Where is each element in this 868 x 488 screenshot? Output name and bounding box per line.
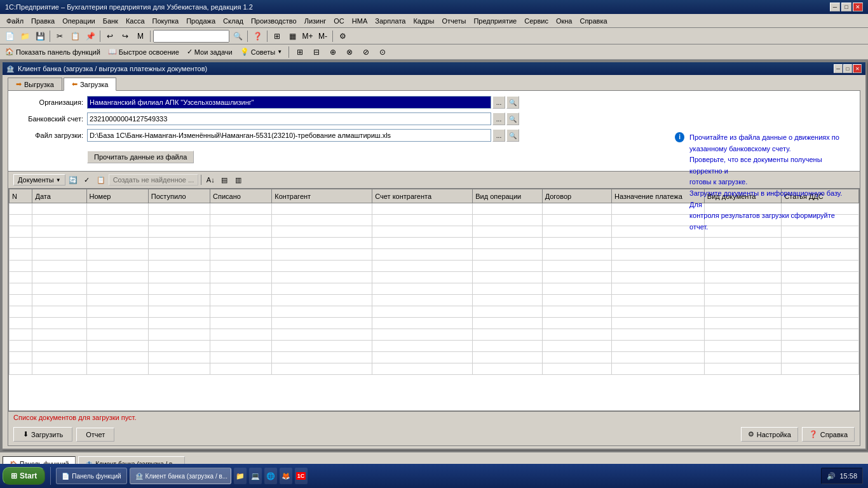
quickbar-btn-6[interactable]: ⊙ [376, 45, 390, 59]
menu-production[interactable]: Производство [247, 16, 301, 26]
toolbar-btn-help[interactable]: ❓ [250, 29, 264, 43]
read-file-button[interactable]: Прочитать данные из файла [87, 151, 194, 163]
quickbar-learn[interactable]: 📖 Быстрое освоение [105, 47, 182, 57]
toolbar-btn-2[interactable]: 📁 [18, 29, 32, 43]
quickbar-btn-3[interactable]: ⊕ [326, 45, 340, 59]
org-search-btn[interactable]: 🔍 [506, 96, 519, 109]
docs-dropdown-icon: ▼ [56, 177, 61, 183]
tb2-sort-btn[interactable]: A↓ [204, 173, 217, 186]
table-row[interactable] [10, 363, 859, 375]
quickbar-tips[interactable]: 💡 Советы ▼ [238, 47, 285, 57]
maximize-button[interactable]: □ [841, 3, 851, 11]
menu-kassa[interactable]: Касса [122, 16, 149, 26]
toolbar-btn-1[interactable]: 📄 [3, 29, 17, 43]
menu-buy[interactable]: Покупка [149, 16, 183, 26]
menu-enterprise[interactable]: Предприятие [470, 16, 520, 26]
table-row[interactable] [10, 283, 859, 295]
toolbar-btn-copy[interactable]: 📋 [68, 29, 82, 43]
menu-edit[interactable]: Правка [27, 16, 58, 26]
tb2-add-btn[interactable]: 📋 [95, 173, 107, 186]
load-button[interactable]: ⬇ Загрузить [13, 427, 72, 442]
quickbar-btn-4[interactable]: ⊗ [342, 45, 356, 59]
menu-windows[interactable]: Окна [552, 16, 576, 26]
table-row[interactable] [10, 318, 859, 329]
menu-nma[interactable]: НМА [348, 16, 371, 26]
toolbar-btn-6[interactable]: M+ [301, 29, 315, 43]
org-browse-btn[interactable]: ... [492, 96, 505, 109]
toolbar-btn-7[interactable]: M- [316, 29, 330, 43]
menu-salary[interactable]: Зарплата [371, 16, 409, 26]
tb2-group-btn[interactable]: ▤ [218, 173, 231, 186]
table-row[interactable] [10, 261, 859, 272]
menu-warehouse[interactable]: Склад [219, 16, 247, 26]
help-button[interactable]: ❓ Справка [802, 427, 855, 442]
app2-icon: 🏦 [135, 473, 143, 480]
mdi-close-btn[interactable]: ✕ [853, 64, 862, 73]
tb2-check-btn[interactable]: ✓ [81, 173, 93, 186]
quickbar-btn-1[interactable]: ⊞ [293, 45, 307, 59]
menu-leasing[interactable]: Лизинг [301, 16, 330, 26]
menu-bank[interactable]: Банк [99, 16, 122, 26]
tb2-filter-btn[interactable]: ▥ [232, 173, 245, 186]
taskbar-icon-5[interactable]: 1C [295, 468, 308, 484]
minimize-button[interactable]: ─ [830, 3, 840, 11]
documents-dropdown-btn[interactable]: Документы ▼ [13, 174, 65, 186]
bank-browse-btn[interactable]: ... [492, 112, 505, 125]
taskbar-app-2[interactable]: 🏦 Клиент банка (загрузка / в... [130, 468, 231, 484]
taskbar-icon-4[interactable]: 🦊 [280, 468, 292, 484]
toolbar-search-btn[interactable]: 🔍 [231, 29, 245, 43]
mdi-maximize-btn[interactable]: □ [843, 64, 852, 73]
quickbar-tasks[interactable]: ✓ Мои задачи [184, 47, 235, 57]
table-row[interactable] [10, 238, 859, 249]
close-button[interactable]: ✕ [853, 3, 863, 11]
toolbar-btn-undo[interactable]: ↩ [103, 29, 117, 43]
toolbar-btn-paste[interactable]: 📌 [83, 29, 97, 43]
tab-download[interactable]: ⬅ Загрузка [64, 78, 116, 91]
file-input[interactable] [87, 129, 491, 142]
taskbar-icon-1[interactable]: 📁 [234, 468, 247, 484]
menu-os[interactable]: ОС [330, 16, 348, 26]
tb2-refresh-btn[interactable]: 🔄 [67, 173, 79, 186]
report-button[interactable]: Отчет [76, 428, 114, 442]
org-input[interactable] [87, 96, 491, 109]
menu-hr[interactable]: Кадры [409, 16, 438, 26]
menu-file[interactable]: Файл [3, 16, 27, 26]
toolbar-btn-table[interactable]: ⊞ [270, 29, 284, 43]
table-row[interactable] [10, 329, 859, 341]
table-row[interactable] [10, 272, 859, 283]
toolbar-search-input[interactable] [153, 30, 229, 43]
quickbar-functions[interactable]: 🏠 Показать панель функций [3, 47, 103, 57]
table-row[interactable] [10, 249, 859, 261]
bank-input[interactable] [87, 112, 491, 125]
toolbar-btn-m[interactable]: M [133, 29, 147, 43]
table-row[interactable] [10, 295, 859, 306]
taskbar-icon-2[interactable]: 💻 [249, 468, 262, 484]
menu-help[interactable]: Справка [576, 16, 611, 26]
tab-upload[interactable]: ➡ Выгрузка [8, 78, 62, 90]
toolbar-btn-8[interactable]: ⚙ [336, 29, 349, 43]
toolbar-btn-5[interactable]: ▦ [285, 29, 299, 43]
quickbar-btn-5[interactable]: ⊘ [359, 45, 373, 59]
settings-button[interactable]: ⚙ Настройка [741, 427, 798, 442]
table-row[interactable] [10, 352, 859, 363]
quickbar-btn-2[interactable]: ⊟ [309, 45, 323, 59]
toolbar-btn-cut[interactable]: ✂ [53, 29, 67, 43]
bank-search-btn[interactable]: 🔍 [506, 112, 519, 125]
start-button[interactable]: ⊞ Start [3, 467, 45, 485]
info-content: i Прочитайте из файла данные о движениях… [675, 132, 853, 233]
menu-sell[interactable]: Продажа [182, 16, 219, 26]
menu-operations[interactable]: Операции [58, 16, 98, 26]
file-search-btn[interactable]: 🔍 [506, 129, 519, 142]
toolbar-btn-3[interactable]: 💾 [33, 29, 47, 43]
mdi-minimize-btn[interactable]: ─ [834, 64, 843, 73]
sound-icon[interactable]: 🔊 [827, 472, 836, 480]
taskbar-app-1[interactable]: 📄 Панель функций [56, 468, 126, 484]
taskbar-icon-3[interactable]: 🌐 [264, 468, 277, 484]
menu-service[interactable]: Сервис [520, 16, 552, 26]
table-row[interactable] [10, 306, 859, 318]
create-not-found-btn[interactable]: Создать не найденное ... [109, 174, 199, 186]
toolbar-btn-redo[interactable]: ↪ [118, 29, 132, 43]
file-browse-btn[interactable]: ... [492, 129, 505, 142]
table-row[interactable] [10, 341, 859, 352]
menu-reports[interactable]: Отчеты [438, 16, 470, 26]
